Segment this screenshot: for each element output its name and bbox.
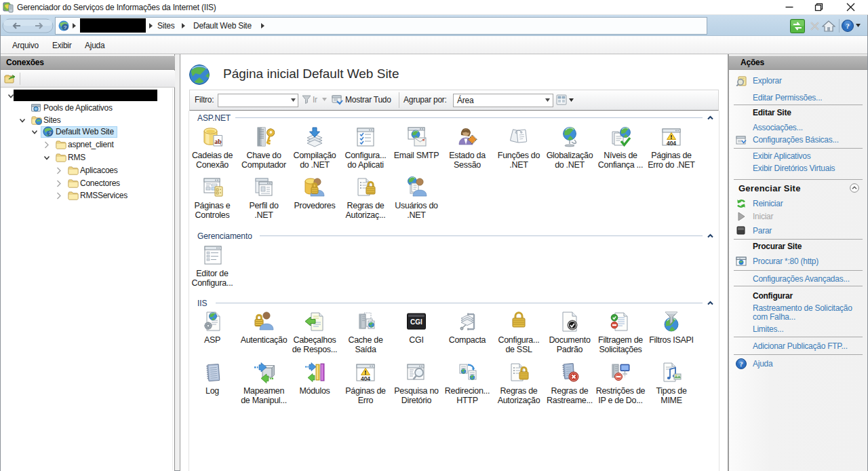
svg-text:ab: ab (214, 138, 222, 145)
svg-text:?: ? (48, 130, 51, 136)
svg-text:?: ? (846, 22, 850, 30)
svg-text:?: ? (64, 24, 67, 31)
svg-text:404: 404 (667, 140, 676, 147)
svg-text:?: ? (740, 360, 743, 368)
svg-text:CGI: CGI (410, 318, 422, 326)
svg-text:404: 404 (361, 375, 370, 382)
